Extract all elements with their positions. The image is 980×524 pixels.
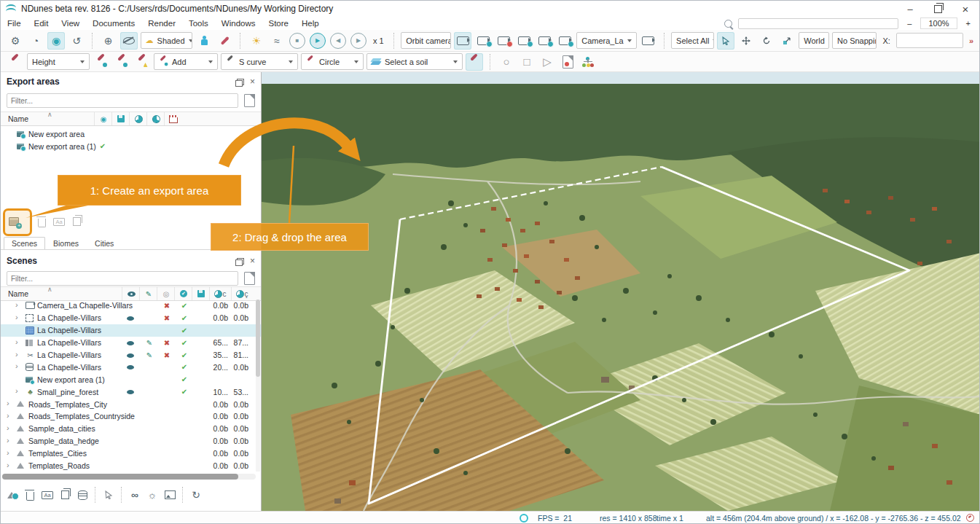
expander-icon[interactable]: › xyxy=(15,361,23,370)
exclude-icon[interactable]: ✖ xyxy=(161,339,173,347)
column-size-2[interactable]: ç xyxy=(231,287,252,300)
export-image-button[interactable] xyxy=(161,486,179,504)
scene-row[interactable]: › Sample_data_cities 0.0b 0.0b xyxy=(1,423,261,435)
x-coordinate-input[interactable] xyxy=(896,33,963,48)
visible-icon[interactable] xyxy=(125,388,136,396)
active-camera-select[interactable]: Camera_La Chapelle-Villars xyxy=(576,32,636,49)
column-save-icon[interactable] xyxy=(111,112,130,125)
soil-select[interactable]: Select a soil xyxy=(366,53,463,70)
delete-scene-button[interactable] xyxy=(21,486,39,504)
select-tool-button[interactable] xyxy=(717,32,734,50)
camera-record-button[interactable] xyxy=(495,32,512,50)
brush-button[interactable] xyxy=(7,53,24,71)
exclude-icon[interactable]: ✖ xyxy=(161,314,173,322)
expander-icon[interactable]: › xyxy=(15,350,23,359)
zoom-in-button[interactable]: + xyxy=(963,19,973,28)
enabled-icon[interactable]: ✔ xyxy=(179,302,190,310)
expander-icon[interactable]: › xyxy=(15,337,23,346)
edit-channel-select[interactable]: Height xyxy=(27,53,90,70)
enabled-icon[interactable]: ✔ xyxy=(179,314,190,322)
move-tool-button[interactable] xyxy=(737,32,755,50)
zoom-out-button[interactable]: – xyxy=(904,19,914,28)
scene-row[interactable]: › La Chapelle-Villars ✔ 20... 0.0b xyxy=(1,361,261,373)
tab-cities[interactable]: Cities xyxy=(87,237,122,249)
selection-filter-select[interactable]: Select All xyxy=(671,32,714,49)
snapping-select[interactable]: No Snapping xyxy=(832,32,877,49)
enabled-icon[interactable]: ✔ xyxy=(179,351,190,359)
enabled-icon[interactable]: ✔ xyxy=(179,375,190,383)
scene-row[interactable]: › La Chapelle-Villars ✎ ✖ ✔ 65... 87... xyxy=(1,337,261,349)
brush-shape-select[interactable]: Circle xyxy=(301,53,364,70)
scene-row[interactable]: La Chapelle-Villars ✔ xyxy=(1,324,261,337)
character-button[interactable] xyxy=(195,32,213,50)
minimize-button[interactable]: – xyxy=(896,1,924,17)
maximize-button[interactable] xyxy=(924,1,952,17)
export-filter-input[interactable] xyxy=(7,93,238,108)
visible-icon[interactable] xyxy=(125,314,136,322)
viewport-3d[interactable] xyxy=(262,72,980,511)
expander-icon[interactable]: › xyxy=(15,313,23,321)
scene-row[interactable]: › ♣ Small_pine_forest ✔ 10... 53... xyxy=(1,386,261,398)
daylight-button[interactable]: ☀ xyxy=(248,32,265,50)
render-settings-button[interactable]: ☼ xyxy=(144,486,161,504)
menu-store[interactable]: Store xyxy=(262,19,295,28)
column-store-icon[interactable] xyxy=(164,112,182,125)
delete-export-area-button[interactable] xyxy=(33,213,50,230)
enabled-icon[interactable]: ✔ xyxy=(179,326,190,335)
brush-operation-select[interactable]: Add xyxy=(154,53,218,70)
menu-render[interactable]: Render xyxy=(141,19,182,28)
multi-brush-button[interactable] xyxy=(466,53,483,71)
toolbar-overflow-button[interactable]: » xyxy=(966,36,979,45)
scene-row[interactable]: › ✂ La Chapelle-Villars ✎ ✖ ✔ 35... 81..… xyxy=(1,349,261,361)
rename-export-area-button[interactable]: Aa xyxy=(50,213,68,230)
float-panel-icon[interactable] xyxy=(237,79,244,85)
shading-mode-select[interactable]: ☁ Shaded xyxy=(141,32,193,49)
expander-icon[interactable]: › xyxy=(15,300,23,309)
circle-shape-button[interactable]: ○ xyxy=(498,53,515,71)
menu-windows[interactable]: Windows xyxy=(215,19,262,28)
scene-row[interactable]: › Roads_Templates_Countryside 0.0b 0.0b xyxy=(1,410,261,423)
menu-view[interactable]: View xyxy=(55,19,86,28)
new-file-icon[interactable] xyxy=(244,94,255,107)
menu-tools[interactable]: Tools xyxy=(182,19,215,28)
tab-scenes[interactable]: Scenes xyxy=(4,237,45,249)
enabled-icon[interactable]: ✔ xyxy=(179,388,190,396)
expander-icon[interactable]: › xyxy=(7,423,14,432)
rename-scene-button[interactable]: Aa xyxy=(39,486,56,504)
visible-icon[interactable] xyxy=(125,339,136,347)
column-pie1-icon[interactable] xyxy=(129,112,147,125)
triangle-shape-button[interactable]: ▷ xyxy=(538,53,556,71)
column-pie2-icon[interactable] xyxy=(146,112,165,125)
scene-row[interactable]: › Roads_Templates_City 0.0b 0.0b xyxy=(1,398,261,410)
close-panel-icon[interactable]: × xyxy=(250,77,255,87)
export-name-column[interactable]: Name xyxy=(8,114,28,123)
close-button[interactable]: × xyxy=(952,1,979,17)
search-input[interactable] xyxy=(738,18,898,29)
settings-button[interactable]: ⚙ xyxy=(7,32,24,50)
node-graph-button[interactable] xyxy=(579,53,597,71)
column-target-icon[interactable]: ◉ xyxy=(94,112,112,125)
step-back-button[interactable]: ◀ xyxy=(330,33,346,49)
camera-view-button[interactable] xyxy=(454,32,471,50)
column-visibility[interactable] xyxy=(122,287,140,300)
square-shape-button[interactable]: □ xyxy=(518,53,536,71)
scene-row[interactable]: › La Chapelle-Villars ✖ ✔ 0.0b 0.0b xyxy=(1,312,261,324)
column-exclude[interactable]: ◎ xyxy=(157,287,175,300)
exclude-icon[interactable]: ✖ xyxy=(161,302,173,310)
scenes-filter-input[interactable] xyxy=(7,271,238,286)
record-button[interactable]: ◉ xyxy=(47,32,65,50)
scene-row[interactable]: › Camera_La Chapelle-Villars ✖ ✔ 0.0b 0.… xyxy=(1,300,261,312)
step-forward-button[interactable]: ▶ xyxy=(350,33,366,49)
enabled-icon[interactable]: ✔ xyxy=(179,339,190,347)
scene-row[interactable]: › Sample_data_hedge 0.0b 0.0b xyxy=(1,435,261,447)
script-document-button[interactable] xyxy=(559,53,576,71)
camera-save-button[interactable] xyxy=(536,32,553,50)
rotate-tool-button[interactable] xyxy=(758,32,775,50)
scrollbar-thumb[interactable] xyxy=(2,474,238,480)
camera-add-button[interactable] xyxy=(515,32,533,50)
menu-edit[interactable]: Edit xyxy=(28,19,55,28)
menu-help[interactable]: Help xyxy=(295,19,326,28)
close-panel-icon[interactable]: × xyxy=(250,256,255,266)
edit-icon[interactable]: ✎ xyxy=(144,339,155,347)
visible-icon[interactable] xyxy=(125,351,136,359)
